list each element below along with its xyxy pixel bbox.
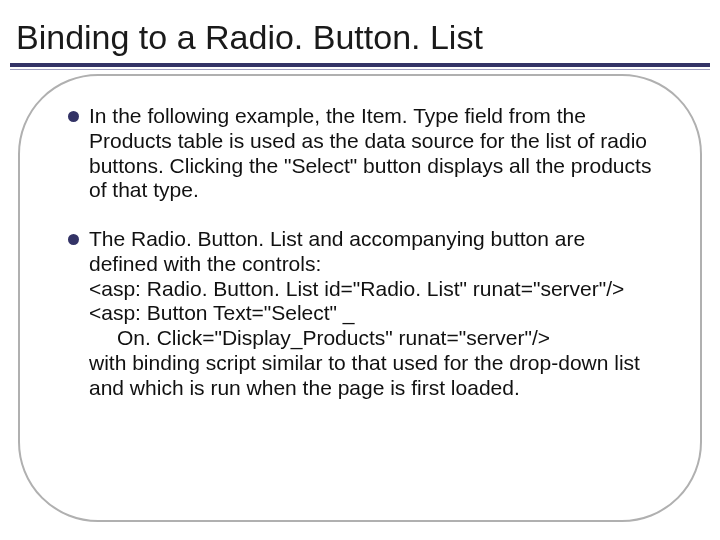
content-bubble: In the following example, the Item. Type… [18, 74, 702, 522]
bullet-outro: with binding script similar to that used… [89, 351, 640, 399]
code-line: <asp: Button Text="Select" _ [89, 301, 355, 324]
code-line: On. Click="Display_Products" runat="serv… [89, 326, 656, 351]
title-rule-light [10, 69, 710, 70]
bullet-intro: The Radio. Button. List and accompanying… [89, 227, 585, 275]
bullet-item: In the following example, the Item. Type… [68, 104, 656, 203]
bullet-text: The Radio. Button. List and accompanying… [89, 227, 656, 400]
slide-title: Binding to a Radio. Button. List [0, 0, 720, 63]
title-rule-dark [10, 63, 710, 67]
bullet-item: The Radio. Button. List and accompanying… [68, 227, 656, 400]
bullet-icon [68, 111, 79, 122]
code-line: <asp: Radio. Button. List id="Radio. Lis… [89, 277, 624, 300]
bullet-icon [68, 234, 79, 245]
slide: Binding to a Radio. Button. List In the … [0, 0, 720, 540]
bullet-text: In the following example, the Item. Type… [89, 104, 656, 203]
